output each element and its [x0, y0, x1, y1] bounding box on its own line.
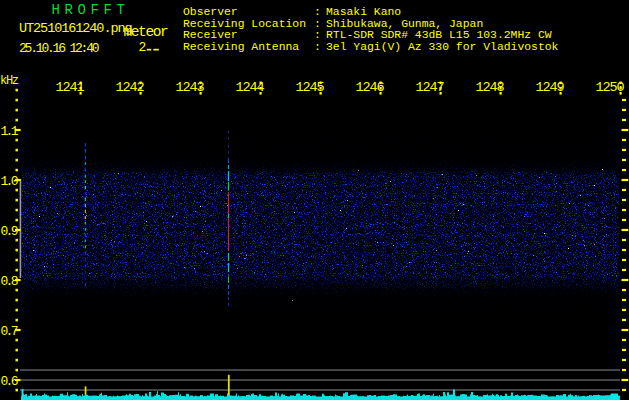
- svg-text:1.0: 1.0: [0, 174, 17, 189]
- svg-text:Receiving Antenna:3el Yagi(V): Receiving Antenna:3el Yagi(V) Az 330 for…: [183, 41, 559, 53]
- svg-text:meteor: meteor: [124, 24, 169, 40]
- svg-text:2: 2: [139, 40, 147, 55]
- svg-text:0.9: 0.9: [0, 224, 17, 239]
- svg-text:kHz: kHz: [0, 74, 19, 88]
- svg-text:H R O F F T: H R O F F T: [52, 2, 125, 18]
- svg-text:UT2510161240.png: UT2510161240.png: [19, 21, 132, 36]
- svg-text:Receiving Location:Shibukawa,: Receiving Location:Shibukawa, Gunma, Jap…: [183, 18, 483, 30]
- svg-text:0.7: 0.7: [0, 324, 17, 339]
- svg-text:0.8: 0.8: [0, 274, 17, 289]
- svg-text:25.10.16 12:40: 25.10.16 12:40: [19, 41, 99, 56]
- svg-text:0.6: 0.6: [0, 374, 17, 389]
